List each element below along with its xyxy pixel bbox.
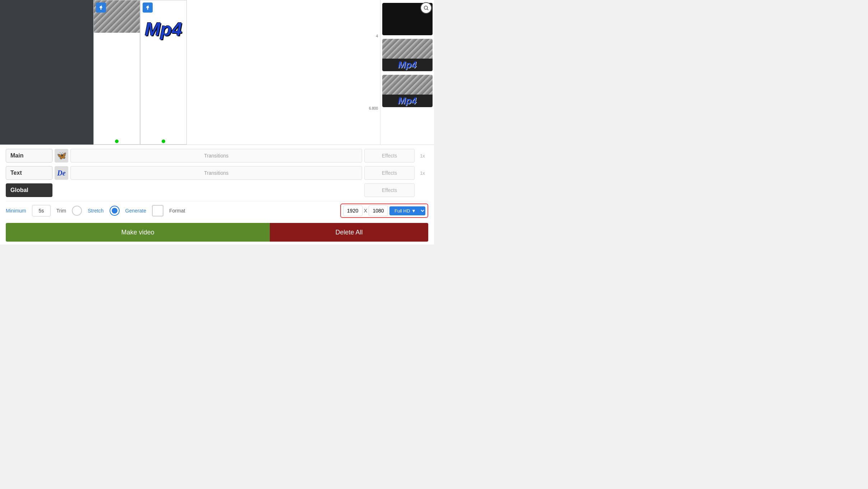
side-thumbnail-2: Mp4: [382, 75, 433, 107]
track-effects-text[interactable]: Effects: [364, 166, 415, 180]
svg-line-1: [427, 9, 428, 10]
zoom-button[interactable]: [420, 2, 432, 14]
minimum-label: Minimum: [6, 208, 26, 214]
format-group: X Full HD ▼ HD 4K Custom: [340, 204, 428, 218]
format-height-input[interactable]: [369, 205, 388, 216]
track-label-main: Main: [6, 149, 52, 163]
stretch-label: Stretch: [88, 208, 103, 214]
track-transitions-text[interactable]: Transitions: [70, 166, 362, 180]
track-effects-global[interactable]: Effects: [364, 183, 415, 197]
side-thumbnail-1: Mp4: [382, 39, 433, 71]
butterfly-icon: 🦋: [57, 151, 66, 160]
preview-right: Mp4 Mp4: [380, 0, 434, 145]
bottom-controls: Minimum Trim Stretch Generate Format X F…: [6, 201, 428, 220]
side-thumbnail-2-label: Mp4: [398, 95, 417, 106]
format-width-input[interactable]: [343, 205, 363, 216]
controls-area: Main 🦋 Transitions Effects 1x Text De: [0, 145, 434, 244]
track-row-text: Text De Transitions Effects 1x: [6, 165, 428, 181]
track-speed-text: 1x: [417, 166, 428, 180]
timeline-ruler: 4 6.800: [369, 0, 379, 145]
pin-button-1[interactable]: [96, 3, 106, 13]
make-video-button[interactable]: Make video: [6, 223, 270, 242]
clip-2: Mp4: [140, 0, 187, 145]
format-preset-select[interactable]: Full HD ▼ HD 4K Custom: [389, 206, 425, 215]
format-label: Format: [169, 208, 185, 214]
format-x: X: [364, 208, 367, 214]
minimum-input[interactable]: [32, 205, 51, 216]
trim-label: Trim: [56, 208, 66, 214]
preview-left: [0, 0, 93, 145]
de-text-icon: De: [57, 169, 65, 177]
track-transitions-main[interactable]: Transitions: [70, 149, 362, 163]
global-speed-spacer: [417, 183, 428, 197]
track-speed-main: 1x: [417, 149, 428, 163]
clip-1-dot: [115, 140, 119, 143]
trim-radio[interactable]: [72, 206, 82, 216]
pin-button-2[interactable]: [143, 3, 153, 13]
track-label-global: Global: [6, 183, 52, 197]
ruler-label-1: 4: [376, 34, 378, 38]
action-buttons: Make video Delete All: [6, 223, 428, 242]
track-label-text: Text: [6, 166, 52, 180]
clip-1-white: [94, 33, 140, 58]
preview-center: Mp4: [93, 0, 380, 145]
track-rows: Main 🦋 Transitions Effects 1x Text De: [6, 148, 428, 198]
clip-2-dot: [162, 140, 165, 143]
track-thumbnail-main: 🦋: [55, 149, 68, 163]
ruler-label-2: 6.800: [369, 106, 378, 110]
generate-label: Generate: [125, 208, 146, 214]
app-container: Mp4 4 6.800: [0, 0, 434, 244]
side-thumbnail-1-label: Mp4: [398, 59, 417, 70]
generate-checkbox[interactable]: [152, 205, 163, 216]
preview-area: Mp4 4 6.800: [0, 0, 434, 145]
track-row-global: Global Effects: [6, 182, 428, 198]
svg-point-0: [424, 6, 428, 9]
clip-1: [93, 0, 140, 145]
stretch-radio[interactable]: [110, 206, 120, 216]
track-effects-main[interactable]: Effects: [364, 149, 415, 163]
delete-all-button[interactable]: Delete All: [270, 223, 428, 242]
track-row-main: Main 🦋 Transitions Effects 1x: [6, 148, 428, 164]
track-thumbnail-text: De: [55, 166, 68, 180]
